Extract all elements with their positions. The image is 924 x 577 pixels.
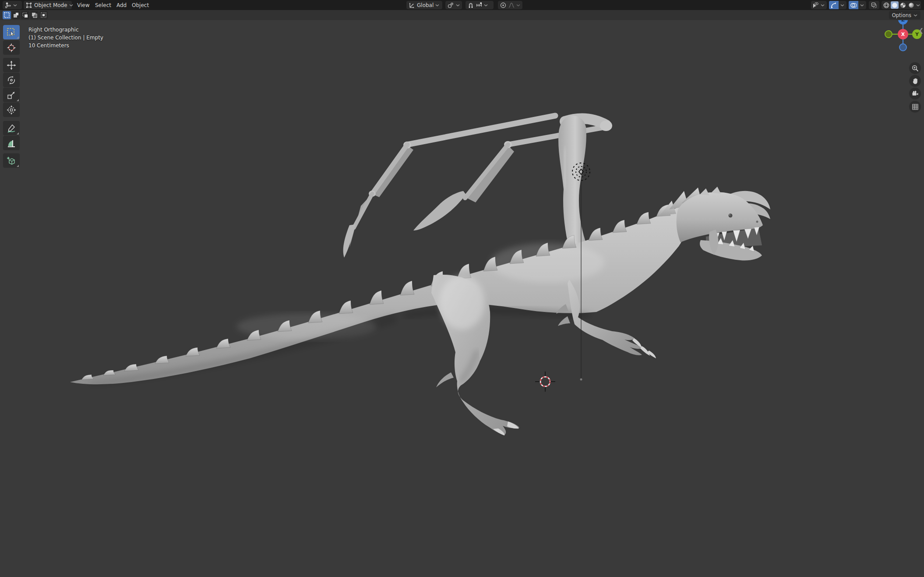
measure-tool-icon — [7, 138, 16, 148]
xray-icon — [871, 2, 878, 9]
editor-type-selector[interactable] — [3, 1, 22, 9]
snap-controls[interactable] — [466, 1, 494, 9]
proportional-editing-icon[interactable] — [500, 2, 507, 9]
sidebar-toggle-arrow[interactable]: ❮ — [919, 27, 924, 34]
object-mode-icon — [25, 2, 32, 9]
show-gizmo-icon — [830, 2, 837, 9]
pivot-point-selector[interactable] — [445, 1, 462, 9]
tool-move[interactable] — [3, 58, 20, 72]
tool-measure[interactable] — [3, 136, 20, 150]
tool-add-primitive[interactable] — [3, 153, 20, 168]
shading-wireframe-button[interactable] — [882, 1, 890, 9]
show-gizmo-toggle[interactable] — [829, 1, 846, 9]
viewport-header: Object Mode View Select Add Object Globa… — [0, 0, 924, 10]
cursor-3d — [535, 372, 555, 392]
snap-increment-icon[interactable] — [476, 2, 483, 9]
pan-button[interactable] — [909, 75, 921, 87]
viewport-3d[interactable]: Right Orthographic (1) Scene Collection … — [0, 10, 924, 577]
show-overlays-icon — [850, 2, 857, 9]
gizmo-axis-x[interactable]: X — [898, 29, 908, 39]
pan-hand-icon — [912, 78, 919, 85]
shading-mode-group — [882, 1, 921, 9]
proportional-editing-controls[interactable] — [498, 1, 522, 9]
rotate-tool-icon — [7, 75, 16, 85]
scale-tool-icon — [7, 90, 16, 100]
menu-object[interactable]: Object — [128, 0, 153, 10]
view-scale-label: 10 Centimeters — [28, 42, 103, 50]
options-button[interactable]: Options — [889, 11, 920, 19]
menu-select[interactable]: Select — [91, 0, 115, 10]
select-intersect-icon[interactable] — [39, 11, 48, 19]
tool-annotate[interactable] — [3, 121, 20, 135]
mode-selector[interactable]: Object Mode — [24, 1, 72, 9]
falloff-curve-icon — [508, 2, 515, 9]
shading-material-button[interactable] — [899, 1, 907, 9]
transform-tool-icon — [7, 105, 16, 115]
camera-view-icon — [912, 90, 919, 97]
gizmo-axis-y-neg[interactable] — [885, 30, 892, 38]
grid-ortho-icon — [912, 103, 919, 110]
select-subtract-icon[interactable] — [21, 11, 29, 19]
tool-transform[interactable] — [3, 103, 20, 117]
shading-material-icon — [899, 2, 906, 9]
active-collection-label: (1) Scene Collection | Empty — [28, 34, 103, 42]
tool-rotate[interactable] — [3, 73, 20, 87]
orientation-label: Global — [417, 2, 434, 8]
show-overlays-toggle[interactable] — [849, 1, 866, 9]
zoom-icon — [912, 65, 919, 72]
viewport-overlay-text: Right Orthographic (1) Scene Collection … — [28, 26, 103, 50]
viewport-3d-icon — [4, 2, 11, 9]
transform-orientation-selector[interactable]: Global — [406, 1, 442, 9]
select-invert-icon[interactable] — [30, 11, 39, 19]
gizmo-axis-z-neg[interactable] — [899, 43, 907, 51]
shading-wireframe-icon — [883, 2, 890, 9]
dragon-model[interactable] — [0, 0, 924, 577]
tool-scale[interactable] — [3, 88, 20, 102]
tool-settings-bar: Options — [0, 10, 924, 20]
cursor-tool-icon — [7, 43, 16, 53]
shading-solid-button[interactable] — [891, 1, 898, 9]
view-name-label: Right Orthographic — [28, 26, 103, 34]
zoom-button[interactable] — [909, 62, 921, 74]
select-extend-icon[interactable] — [12, 11, 20, 19]
add-cube-icon — [7, 156, 16, 166]
move-tool-icon — [7, 60, 16, 70]
menu-view[interactable]: View — [73, 0, 93, 10]
mode-label: Object Mode — [34, 2, 67, 8]
object-visibility-selector[interactable] — [811, 1, 827, 9]
ortho-toggle-button[interactable] — [909, 101, 921, 113]
select-set-icon[interactable] — [3, 11, 11, 19]
shading-solid-icon — [891, 2, 898, 9]
shading-rendered-icon — [908, 2, 915, 9]
annotate-tool-icon — [7, 124, 16, 133]
camera-view-button[interactable] — [909, 88, 921, 99]
xray-toggle[interactable] — [869, 1, 879, 9]
transform-orientation-icon — [408, 2, 415, 9]
snap-magnet-icon[interactable] — [467, 2, 474, 9]
shading-rendered-button[interactable] — [908, 1, 915, 9]
tool-cursor[interactable] — [3, 40, 20, 55]
object-visibility-icon — [812, 2, 819, 9]
tool-select-box[interactable] — [3, 25, 20, 39]
pivot-point-icon — [447, 2, 454, 9]
